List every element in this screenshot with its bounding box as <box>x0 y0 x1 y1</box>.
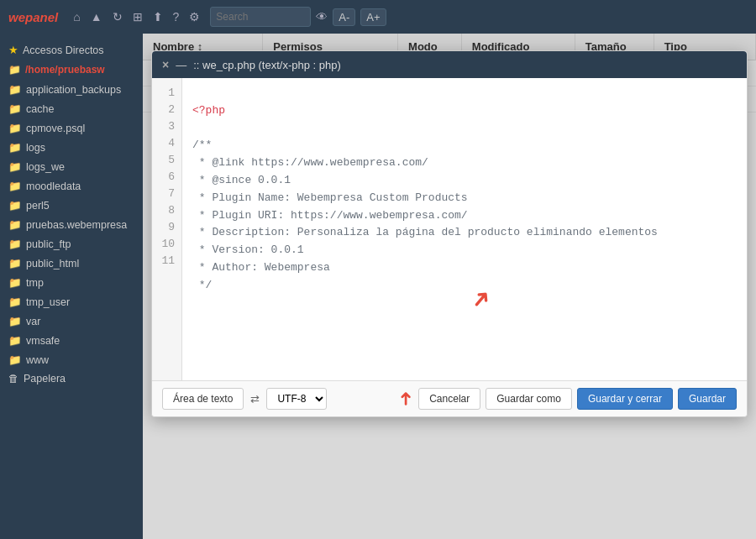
settings-icon[interactable]: ⚙ <box>189 10 200 24</box>
modal-minimize-button[interactable]: — <box>176 59 186 71</box>
sidebar-item-tmp-user[interactable]: 📁 tmp_user <box>0 292 143 311</box>
sidebar-item-cpmove[interactable]: 📁 cpmove.psql <box>0 118 143 138</box>
home-icon[interactable]: ⌂ <box>73 10 80 24</box>
modal-footer: Área de texto ⇄ UTF-8 ➜ Cancelar Guardar… <box>152 380 747 416</box>
sidebar-item-tmp[interactable]: 📁 tmp <box>0 273 143 292</box>
modal-header: × — :: we_cp.php (text/x-php : php) <box>152 51 747 78</box>
star-icon: ★ <box>8 44 18 56</box>
folder-icon: 📁 <box>8 334 22 347</box>
arrow-to-save: ➜ <box>395 391 417 406</box>
sidebar-item-label: logs_we <box>26 161 65 173</box>
sidebar-item-www[interactable]: 📁 www <box>0 350 143 369</box>
upload-icon[interactable]: ⬆ <box>153 10 163 24</box>
modal-overlay: × — :: we_cp.php (text/x-php : php) 1 2 … <box>143 34 756 539</box>
sidebar-item-pruebas[interactable]: 📁 pruebas.webempresa <box>0 215 143 234</box>
sidebar-item-application-backups[interactable]: 📁 application_backups <box>0 80 143 99</box>
sidebar-item-label: public_ftp <box>26 238 71 250</box>
sidebar-home[interactable]: 📁 /home/pruebasw <box>0 60 143 80</box>
sidebar-item-public-html[interactable]: 📁 public_html <box>0 254 143 273</box>
sidebar-item-label: cpmove.psql <box>26 123 85 134</box>
folder-icon: 📁 <box>8 353 22 366</box>
sidebar-item-label: moodledata <box>26 181 81 192</box>
code-content[interactable]: <?php /** * @link https://www.webempresa… <box>182 78 747 380</box>
sidebar-item-label: logs <box>26 142 45 154</box>
folder-icon: 📁 <box>8 296 22 308</box>
encoding-select[interactable]: UTF-8 <box>266 388 327 410</box>
sidebar-item-perl5[interactable]: 📁 perl5 <box>0 196 143 215</box>
sidebar-home-label: /home/pruebasw <box>25 64 105 76</box>
area-texto-button[interactable]: Área de texto <box>162 388 244 410</box>
folder-icon: 📁 <box>8 122 22 134</box>
folder-icon: 📁 <box>8 315 22 327</box>
code-editor-modal: × — :: we_cp.php (text/x-php : php) 1 2 … <box>151 50 748 417</box>
sidebar-item-logs-we[interactable]: 📁 logs_we <box>0 157 143 176</box>
folder-icon: 📁 <box>8 180 22 192</box>
modal-close-button[interactable]: × <box>162 58 169 71</box>
footer-right: ➜ Cancelar Guardar como Guardar y cerrar… <box>398 388 737 410</box>
refresh-icon[interactable]: ↻ <box>113 10 123 24</box>
navbar-right: 👁 A- A+ <box>210 7 386 27</box>
folder-icon: 📁 <box>8 102 22 115</box>
sidebar-item-papelera[interactable]: 🗑 Papelera <box>0 369 143 388</box>
sidebar-item-label: Papelera <box>24 373 66 385</box>
line-numbers: 1 2 3 4 5 6 7 8 9 10 11 <box>152 78 182 380</box>
cancelar-button[interactable]: Cancelar <box>418 388 480 410</box>
sidebar-item-label: www <box>26 354 49 366</box>
folder-icon: 📁 <box>8 218 22 231</box>
help-icon[interactable]: ? <box>173 10 180 24</box>
grid-icon[interactable]: ⊞ <box>133 10 143 24</box>
folder-icon: 📁 <box>8 83 22 96</box>
guardar-button[interactable]: Guardar <box>678 388 737 410</box>
folder-icon: 📁 <box>8 141 22 154</box>
guardar-como-button[interactable]: Guardar como <box>486 388 572 410</box>
folder-icon: 📁 <box>8 160 22 173</box>
sidebar-item-label: cache <box>26 103 54 115</box>
sidebar-item-label: public_html <box>26 258 79 270</box>
sidebar-item-label: vmsafe <box>26 335 60 347</box>
sidebar-item-cache[interactable]: 📁 cache <box>0 99 143 118</box>
font-decrease-button[interactable]: A- <box>333 8 355 26</box>
switch-icon: ⇄ <box>250 393 260 406</box>
folder-icon: 📁 <box>8 276 22 289</box>
sidebar-item-label: var <box>26 316 40 327</box>
sidebar-item-public-ftp[interactable]: 📁 public_ftp <box>0 234 143 254</box>
folder-red-icon: 📁 <box>8 64 21 76</box>
sidebar-accesos-label: Accesos Directos <box>23 44 104 56</box>
folder-icon: 📁 <box>8 199 22 212</box>
sidebar-item-var[interactable]: 📁 var <box>0 311 143 331</box>
folder-icon: 📁 <box>8 238 22 250</box>
footer-left: Área de texto ⇄ UTF-8 <box>162 388 391 410</box>
search-input[interactable] <box>210 7 311 27</box>
brand-logo: wepanel <box>8 10 58 24</box>
sidebar-item-label: application_backups <box>26 84 121 96</box>
code-editor[interactable]: 1 2 3 4 5 6 7 8 9 10 11 <?php /** * @lin… <box>152 78 747 380</box>
sidebar-item-moodledata[interactable]: 📁 moodledata <box>0 176 143 196</box>
sidebar: ★ Accesos Directos 📁 /home/pruebasw 📁 ap… <box>0 34 143 539</box>
up-icon[interactable]: ▲ <box>91 10 102 24</box>
sidebar-accesos[interactable]: ★ Accesos Directos <box>0 40 143 60</box>
sidebar-item-vmsafe[interactable]: 📁 vmsafe <box>0 331 143 350</box>
content-area: Nombre ↕ Permisos Modo Modificado Tamaño… <box>143 34 756 539</box>
eye-icon[interactable]: 👁 <box>316 10 328 24</box>
sidebar-item-label: pruebas.webempresa <box>26 219 127 231</box>
sidebar-item-logs[interactable]: 📁 logs <box>0 138 143 157</box>
guardar-cerrar-button[interactable]: Guardar y cerrar <box>577 388 673 410</box>
sidebar-item-label: tmp <box>26 277 44 289</box>
sidebar-item-label: perl5 <box>26 200 50 212</box>
modal-title: :: we_cp.php (text/x-php : php) <box>193 59 341 71</box>
main-layout: ★ Accesos Directos 📁 /home/pruebasw 📁 ap… <box>0 34 756 539</box>
sidebar-item-label: tmp_user <box>26 296 70 308</box>
navbar: wepanel ⌂ ▲ ↻ ⊞ ⬆ ? ⚙ 👁 A- A+ <box>0 0 756 34</box>
trash-icon: 🗑 <box>8 373 19 385</box>
folder-icon: 📁 <box>8 257 22 270</box>
font-increase-button[interactable]: A+ <box>360 8 386 26</box>
